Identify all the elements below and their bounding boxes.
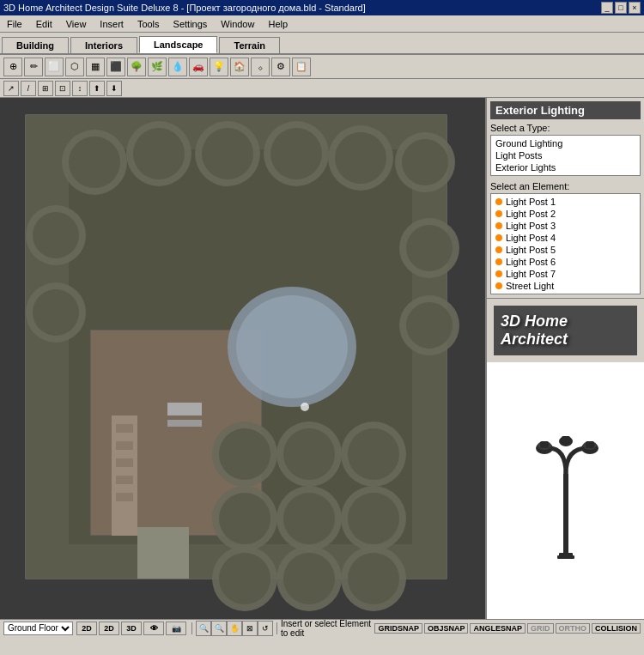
element-item-5[interactable]: Light Post 5 bbox=[493, 244, 638, 256]
element-list: Light Post 1 Light Post 2 Light Post 3 L… bbox=[490, 193, 641, 294]
element-label-2: Light Post 2 bbox=[506, 209, 556, 219]
type-item-ground[interactable]: Ground Lighting bbox=[493, 137, 638, 149]
element-item-6[interactable]: Light Post 6 bbox=[493, 256, 638, 268]
rotate-btn[interactable]: ↺ bbox=[258, 621, 273, 636]
menu-view[interactable]: View bbox=[61, 18, 92, 30]
canvas-drawing bbox=[0, 98, 485, 619]
view-cam-btn[interactable]: 📷 bbox=[166, 622, 186, 635]
indicator-ortho[interactable]: ORTHO bbox=[556, 623, 591, 634]
svg-point-9 bbox=[202, 128, 253, 179]
canvas-area[interactable] bbox=[0, 98, 485, 619]
svg-point-5 bbox=[69, 136, 120, 188]
type-item-exterior[interactable]: Exterior Lights bbox=[493, 161, 638, 173]
view-2d-btn-2[interactable]: 2D bbox=[99, 622, 119, 635]
maximize-btn[interactable]: □ bbox=[615, 2, 627, 14]
toolbar-btn-13[interactable]: ⬦ bbox=[251, 58, 270, 76]
toolbar2-btn-7[interactable]: ⬇ bbox=[106, 81, 122, 96]
svg-point-50 bbox=[283, 553, 335, 604]
menu-file[interactable]: File bbox=[2, 18, 27, 30]
menu-edit[interactable]: Edit bbox=[31, 18, 58, 30]
toolbar-btn-15[interactable]: 📋 bbox=[292, 58, 311, 76]
menu-insert[interactable]: Insert bbox=[94, 18, 129, 30]
toolbar2-btn-2[interactable]: / bbox=[21, 81, 36, 96]
status-bar: Ground Floor 2D 2D 3D 👁 📷 🔍 🔍 ✋ ⊠ ↺ Inse… bbox=[0, 619, 644, 636]
toolbar-btn-10[interactable]: 🚗 bbox=[189, 58, 208, 76]
svg-point-34 bbox=[236, 295, 348, 398]
light-post-svg bbox=[514, 422, 617, 560]
menu-tools[interactable]: Tools bbox=[132, 18, 165, 30]
svg-rect-27 bbox=[116, 424, 133, 433]
svg-rect-53 bbox=[167, 403, 202, 415]
element-item-3[interactable]: Light Post 3 bbox=[493, 220, 638, 232]
type-label: Select a Type: bbox=[490, 123, 641, 133]
toolbar-btn-5[interactable]: ▦ bbox=[86, 58, 105, 76]
toolbar-btn-2[interactable]: ✏ bbox=[24, 58, 43, 76]
toolbar2-btn-5[interactable]: ↕ bbox=[72, 81, 88, 96]
light-post-preview bbox=[487, 362, 644, 619]
logo-text: 3D Home Architect bbox=[501, 312, 630, 349]
toolbar-btn-11[interactable]: 💡 bbox=[210, 58, 228, 76]
menu-window[interactable]: Window bbox=[216, 18, 259, 30]
panel-title: Exterior Lighting bbox=[490, 101, 641, 119]
toolbar2-btn-4[interactable]: ⊡ bbox=[55, 81, 70, 96]
element-item-2[interactable]: Light Post 2 bbox=[493, 208, 638, 220]
svg-point-44 bbox=[283, 493, 335, 544]
toolbar-btn-4[interactable]: ⬡ bbox=[65, 58, 84, 76]
toolbar-btn-14[interactable]: ⚙ bbox=[271, 58, 290, 76]
indicator-gridsnap[interactable]: GRIDSNAP bbox=[374, 623, 422, 634]
element-label-8: Street Light bbox=[506, 281, 554, 291]
svg-point-19 bbox=[33, 289, 79, 336]
pan-btn[interactable]: ✋ bbox=[227, 621, 242, 636]
svg-point-55 bbox=[301, 403, 309, 411]
view-3d-btn[interactable]: 3D bbox=[121, 622, 142, 635]
svg-point-48 bbox=[219, 553, 270, 604]
tab-landscape[interactable]: Landscape bbox=[139, 36, 217, 53]
panel-header: Exterior Lighting Select a Type: Ground … bbox=[487, 98, 644, 299]
indicator-objsnap[interactable]: OBJSNAP bbox=[424, 623, 469, 634]
toolbar-btn-6[interactable]: ⬛ bbox=[106, 58, 125, 76]
toolbar-btn-8[interactable]: 🌿 bbox=[148, 58, 167, 76]
indicator-collision[interactable]: COLLISION bbox=[592, 623, 641, 634]
svg-rect-31 bbox=[116, 493, 133, 501]
tab-building[interactable]: Building bbox=[2, 37, 69, 53]
type-item-posts[interactable]: Light Posts bbox=[493, 149, 638, 161]
element-item-7[interactable]: Light Post 7 bbox=[493, 268, 638, 280]
fit-btn[interactable]: ⊠ bbox=[242, 621, 258, 636]
element-dot-4 bbox=[495, 234, 502, 241]
element-item-4[interactable]: Light Post 4 bbox=[493, 232, 638, 244]
tab-terrain[interactable]: Terrain bbox=[219, 37, 279, 53]
element-label-4: Light Post 4 bbox=[506, 233, 556, 243]
element-item-1[interactable]: Light Post 1 bbox=[493, 196, 638, 208]
element-label-6: Light Post 6 bbox=[506, 257, 556, 267]
menu-help[interactable]: Help bbox=[263, 18, 293, 30]
indicator-grid[interactable]: GRID bbox=[527, 623, 554, 634]
floor-select[interactable]: Ground Floor bbox=[3, 622, 73, 635]
toolbar-btn-9[interactable]: 💧 bbox=[168, 58, 187, 76]
toolbar2-btn-3[interactable]: ⊞ bbox=[38, 81, 53, 96]
minimize-btn[interactable]: _ bbox=[601, 2, 613, 14]
indicator-anglesnap[interactable]: ANGLESNAP bbox=[470, 623, 526, 634]
toolbar-btn-12[interactable]: 🏠 bbox=[230, 58, 249, 76]
menu-settings[interactable]: Settings bbox=[168, 18, 213, 30]
close-btn[interactable]: × bbox=[629, 2, 641, 14]
svg-point-15 bbox=[402, 139, 448, 185]
toolbar2-btn-1[interactable]: ↗ bbox=[3, 81, 19, 96]
toolbar-btn-7[interactable]: 🌳 bbox=[127, 58, 146, 76]
svg-rect-59 bbox=[540, 441, 549, 448]
toolbar-btn-1[interactable]: ⊕ bbox=[3, 58, 22, 76]
toolbar2-btn-6[interactable]: ⬆ bbox=[89, 81, 105, 96]
tab-bar: Building Interiors Landscape Terrain bbox=[0, 33, 644, 55]
view-2d-btn-1[interactable]: 2D bbox=[76, 622, 97, 635]
element-dot-6 bbox=[495, 258, 502, 265]
tab-interiors[interactable]: Interiors bbox=[70, 37, 137, 53]
element-item-8[interactable]: Street Light bbox=[493, 280, 638, 292]
svg-rect-54 bbox=[167, 420, 202, 427]
toolbar-btn-3[interactable]: ⬜ bbox=[45, 58, 64, 76]
view-eye-btn[interactable]: 👁 bbox=[143, 622, 164, 635]
svg-point-52 bbox=[348, 553, 399, 604]
svg-rect-62 bbox=[586, 441, 594, 448]
element-label-1: Light Post 1 bbox=[506, 197, 556, 207]
zoom-out-btn[interactable]: 🔍 bbox=[211, 621, 227, 636]
zoom-in-btn[interactable]: 🔍 bbox=[196, 621, 211, 636]
logo-section: 3D Home Architect bbox=[494, 306, 637, 355]
